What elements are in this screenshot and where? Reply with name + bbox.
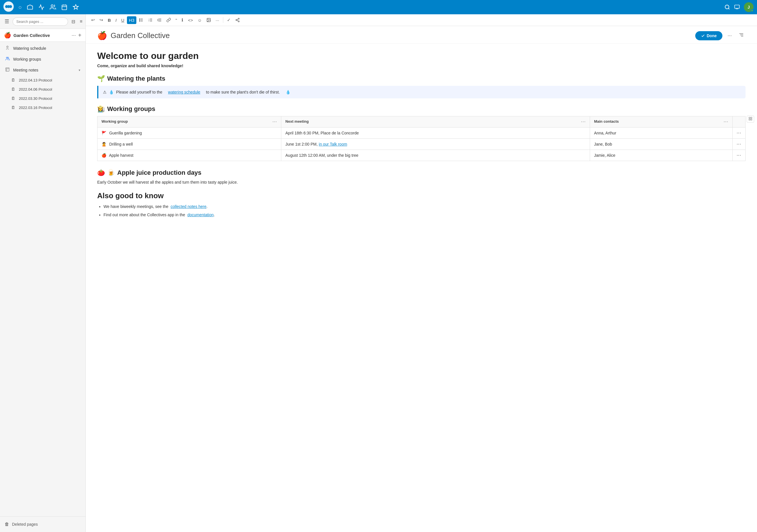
protocol-4-icon: 🗓 — [10, 105, 16, 110]
sidebar-subitem-protocol-4[interactable]: 🗓 2022.03.16 Protocol — [0, 103, 85, 112]
collective-add-button[interactable]: + — [78, 32, 81, 39]
sidebar-list-button[interactable]: ≡ — [78, 18, 83, 25]
nav-search-icon[interactable] — [724, 4, 730, 10]
page-emoji: 🍎 — [97, 31, 107, 40]
collective-more-button[interactable]: ··· — [72, 32, 76, 38]
table-row: 🍎 Apple harvest August 12th 12:00 AM, un… — [98, 150, 745, 161]
deleted-pages-button[interactable]: 🗑 Deleted pages — [5, 520, 81, 529]
toolbar-emoji-button[interactable]: ☺ — [196, 16, 204, 24]
sidebar-toggle-button[interactable]: ☰ — [3, 17, 10, 26]
bullet-1-after: . — [206, 204, 207, 209]
sidebar-item-watering-label: Watering schedule — [13, 46, 81, 50]
callout-text: Please add yourself to the — [116, 90, 162, 94]
toolbar-bulletlist-button[interactable] — [137, 16, 145, 24]
toolbar-bold-button[interactable]: B — [106, 16, 113, 24]
th-actions — [732, 116, 745, 128]
nav-calendar-icon[interactable] — [61, 4, 68, 10]
apple-juice-description: Early October we will harvest all the ap… — [97, 180, 745, 184]
done-button[interactable]: Done — [695, 31, 722, 40]
header-more-button[interactable]: ··· — [726, 31, 734, 40]
toolbar-underline-button[interactable]: U — [119, 16, 126, 24]
toolbar-code-button[interactable]: <> — [186, 16, 195, 24]
watering-schedule-link[interactable]: watering schedule — [168, 90, 200, 94]
group-1-name: Guerilla gardening — [109, 131, 142, 135]
cell-meeting-2: June 1st 2:00 PM, in our Talk room — [281, 139, 590, 150]
apple-juice-heading-text: Apple juice production days — [117, 169, 201, 176]
svg-rect-44 — [749, 119, 750, 120]
sidebar-sort-button[interactable]: ⊟ — [70, 18, 76, 25]
nav-activity-icon[interactable] — [38, 4, 45, 10]
toolbar-orderedlist-button[interactable] — [146, 16, 155, 24]
meeting-notes-icon — [5, 67, 10, 73]
toolbar-more-button[interactable]: ··· — [214, 16, 221, 24]
row-1-dots[interactable]: ··· — [732, 128, 745, 139]
list-item: We have biweekly meetings, see the colle… — [104, 203, 745, 210]
doc-title: Welcome to our garden — [97, 50, 745, 61]
toolbar-link-button[interactable] — [165, 16, 173, 24]
svg-rect-41 — [749, 117, 750, 118]
table-row: 🚩 Guerilla gardening April 18th 6:30 PM,… — [98, 128, 745, 139]
protocol-3-icon: 🗓 — [10, 96, 16, 101]
sidebar-item-meeting-notes-label: Meeting notes — [13, 68, 76, 72]
sidebar: ☰ ⊟ ≡ 🍎 Garden Collective ··· + Watering… — [0, 14, 86, 532]
table-row: 🙎 Drilling a well June 1st 2:00 PM, in o… — [98, 139, 745, 150]
done-label: Done — [707, 33, 717, 38]
trash-icon: 🗑 — [5, 522, 9, 527]
header-toc-button[interactable] — [737, 31, 745, 41]
toolbar-share-button[interactable] — [233, 16, 242, 24]
svg-point-35 — [238, 21, 239, 22]
toolbar-undo-button[interactable]: ↩ — [89, 16, 97, 24]
toolbar-italic-button[interactable]: I — [113, 16, 119, 24]
col-next-meeting-dots[interactable]: ··· — [581, 119, 586, 124]
sidebar-subitem-protocol-2[interactable]: 🗓 2022.04.06 Protocol — [0, 85, 85, 94]
svg-point-3 — [7, 5, 10, 8]
sidebar-item-watering[interactable]: Watering schedule — [0, 43, 85, 54]
row-2-dots[interactable]: ··· — [732, 139, 745, 150]
col-working-group-dots[interactable]: ··· — [272, 119, 277, 124]
editor-content: Welcome to our garden Come, organize and… — [86, 44, 757, 532]
toolbar-info-button[interactable]: ℹ — [180, 16, 185, 24]
collective-title: Garden Collective — [14, 33, 69, 38]
nav-home-icon[interactable]: ○ — [18, 4, 22, 11]
also-good-heading: Also good to know — [97, 191, 745, 200]
collective-header: 🍎 Garden Collective ··· + — [0, 29, 85, 42]
table-wrapper: Working group ··· Next meeting ··· Main … — [97, 116, 745, 161]
content-header: 🍎 Garden Collective Done ··· — [86, 26, 757, 44]
nav-collectives-icon[interactable] — [73, 4, 79, 10]
table-expand-button[interactable] — [747, 115, 754, 123]
toolbar-quote-button[interactable]: " — [173, 16, 179, 24]
search-input[interactable] — [13, 17, 68, 26]
collected-notes-link[interactable]: collected notes here — [171, 204, 206, 209]
nav-notifications-icon[interactable] — [734, 4, 740, 10]
callout-watering: ⚠ 💧 Please add yourself to the watering … — [97, 86, 745, 98]
toolbar-h3-button[interactable]: H3 — [127, 16, 136, 24]
avatar[interactable]: J — [744, 2, 754, 12]
meeting-2-text: June 1st 2:00 PM, — [285, 142, 319, 146]
svg-point-21 — [139, 18, 140, 19]
documentation-link[interactable]: documentation — [187, 212, 214, 217]
sidebar-item-meeting-notes[interactable]: Meeting notes ▼ — [0, 65, 85, 76]
protocol-2-icon: 🗓 — [10, 87, 16, 92]
toolbar-redo-button[interactable]: ↪ — [98, 16, 105, 24]
cell-group-2: 🙎 Drilling a well — [98, 139, 281, 150]
nav-contacts-icon[interactable] — [50, 4, 56, 10]
cell-meeting-1: April 18th 6:30 PM, Place de la Concorde — [281, 128, 590, 139]
talk-room-link[interactable]: in our Talk room — [319, 142, 347, 146]
nextcloud-logo[interactable] — [3, 1, 14, 13]
nav-files-icon[interactable] — [27, 4, 33, 10]
watering-heading-text: Watering the plants — [107, 75, 165, 82]
toolbar-check-button[interactable]: ✓ — [225, 16, 233, 24]
row-3-dots[interactable]: ··· — [732, 150, 745, 161]
toolbar-separator — [223, 17, 223, 23]
sidebar-item-working-groups[interactable]: Working groups — [0, 54, 85, 65]
working-groups-heading-emoji: 👩‍🌾 — [97, 105, 105, 113]
group-1-icon: 🚩 — [102, 131, 106, 135]
toolbar-image-button[interactable] — [204, 16, 213, 24]
col-main-contacts-dots[interactable]: ··· — [724, 119, 728, 124]
sidebar-subitem-protocol-1[interactable]: 🗓 2022.04.13 Protocol — [0, 76, 85, 85]
th-main-contacts: Main contacts ··· — [590, 116, 732, 128]
sidebar-subitem-protocol-3[interactable]: 🗓 2022.03.30 Protocol — [0, 94, 85, 103]
toolbar-blockquote-button[interactable] — [155, 16, 164, 24]
section-watering-heading: 🌱 Watering the plants — [97, 75, 745, 82]
svg-point-34 — [236, 19, 237, 20]
